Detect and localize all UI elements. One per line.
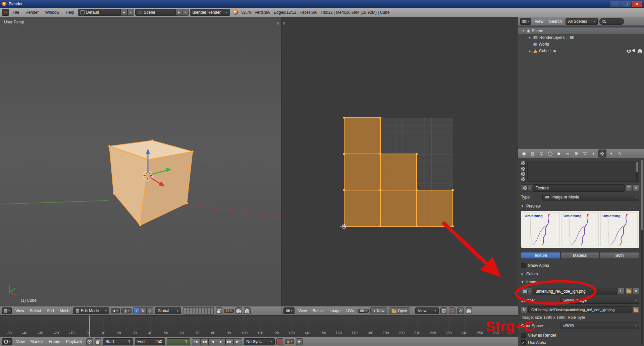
jump-to-start-button[interactable]: |◀ [192, 338, 200, 345]
keying-set-selector[interactable]: ◆ ▾ [285, 339, 294, 344]
lock-time-cursor-toggle[interactable] [95, 338, 101, 345]
layer-cell[interactable] [208, 311, 210, 314]
tree-expand-icon[interactable]: ▸ [528, 49, 532, 53]
layer-cell[interactable] [205, 311, 207, 314]
uv-sync-selection-toggle[interactable] [440, 307, 447, 314]
screen-layout-selector[interactable]: Default [78, 9, 121, 16]
colors-panel-header[interactable]: ► Colors [521, 271, 639, 277]
layer-cell[interactable] [186, 311, 189, 314]
menu-add-3d[interactable]: Add [45, 308, 56, 313]
texture-slot-thumb[interactable] [521, 177, 526, 182]
uv-draw-options-button[interactable] [457, 307, 464, 314]
play-button[interactable]: ▶ [217, 338, 225, 345]
tree-expand-icon[interactable]: ▾ [522, 29, 525, 33]
menu-mesh-3d[interactable]: Mesh [58, 308, 71, 313]
sync-mode-selector[interactable]: No Sync ▾ [244, 338, 275, 345]
menu-view-outliner[interactable]: View [533, 19, 545, 24]
texture-type-selector[interactable]: Image or Movie ▾ [542, 194, 639, 200]
render-engine-selector[interactable]: Blender Render ▾ [190, 9, 230, 16]
layer-cell[interactable] [208, 308, 210, 311]
open-image-file-button[interactable] [633, 306, 639, 313]
texture-slot-thumb[interactable] [521, 166, 526, 171]
layer-cell[interactable] [190, 311, 192, 314]
add-screen-layout-button[interactable]: + [121, 9, 127, 16]
scene-selector[interactable]: Scene [135, 9, 175, 16]
opengl-render-button[interactable] [235, 307, 242, 314]
image-name-field[interactable]: umleitung_re6_dde_lgri.png [533, 288, 617, 295]
viewport-shading-selector[interactable]: ● ▾ [111, 308, 120, 313]
mode-selector[interactable]: Edit Mode ▾ [73, 307, 109, 314]
image-fake-user-button[interactable]: F [618, 288, 625, 294]
properties-tab-world[interactable]: ◯ [546, 150, 554, 158]
uv-snap-selector[interactable] [449, 307, 455, 314]
preview-both-button[interactable]: Both [600, 252, 639, 259]
outliner-item-scene[interactable]: ▾ ◉ Scene [518, 27, 644, 34]
menu-uvs[interactable]: UVs [344, 308, 356, 313]
next-keyframe-button[interactable]: ▶▶ [225, 338, 234, 345]
layer-cell[interactable] [193, 308, 195, 311]
properties-tab-physics[interactable]: ∿ [616, 150, 624, 158]
view-as-render-checkbox[interactable] [521, 333, 526, 338]
layers-widget[interactable] [183, 307, 214, 314]
previous-keyframe-button[interactable]: ◀◀ [200, 338, 209, 345]
reload-image-button[interactable]: ↻ [521, 306, 528, 313]
unlink-image-button[interactable]: × [633, 288, 639, 294]
layer-cell[interactable] [199, 308, 201, 311]
preview-panel-header[interactable]: ▼ Preview [521, 203, 639, 209]
properties-tab-constraints[interactable]: ∞ [564, 150, 572, 158]
preview-texture-button[interactable]: Texture [521, 252, 560, 259]
area-corner-widget[interactable]: ⊕ [276, 21, 279, 25]
texture-slot-thumb[interactable] [521, 161, 526, 166]
menu-window[interactable]: Window [42, 10, 62, 15]
layer-cell[interactable] [202, 308, 204, 311]
layer-cell[interactable] [211, 308, 213, 311]
delete-screen-layout-button[interactable]: × [127, 9, 134, 16]
jump-to-end-button[interactable]: ▶| [234, 338, 242, 345]
menu-render[interactable]: Render [23, 10, 41, 15]
slots-scrollbar[interactable] [636, 162, 638, 181]
layer-cell[interactable] [196, 311, 198, 314]
show-alpha-checkbox[interactable] [521, 263, 526, 268]
toggle-visibility-eye-icon[interactable] [627, 50, 631, 53]
properties-tab-render[interactable]: ◉ [520, 150, 528, 158]
image-source-selector[interactable]: Single Image ▾ [560, 297, 639, 304]
toggle-renderable-icon[interactable] [638, 50, 642, 53]
lock-to-scene-button[interactable] [216, 307, 222, 314]
unlink-texture-button[interactable]: × [633, 184, 639, 191]
texture-slot-thumb[interactable] [521, 172, 526, 176]
menu-view-3d[interactable]: View [13, 308, 26, 313]
menu-select-3d[interactable]: Select [28, 308, 43, 313]
layer-cell[interactable] [183, 311, 186, 314]
editor-type-selector-uv[interactable]: ▾ [283, 307, 294, 314]
browse-image-button[interactable] [625, 288, 632, 294]
transform-orientation-selector[interactable]: Global ▾ [155, 307, 181, 314]
texture-datablock-menu[interactable]: ▾ [521, 184, 532, 192]
timeline-ruler[interactable]: -50-40-30-20-100102030405060708090100110… [0, 315, 518, 337]
properties-tab-modifiers[interactable]: ⚙ [572, 150, 580, 158]
use-alpha-checkbox[interactable]: ✓ [521, 340, 526, 345]
record-button[interactable] [276, 338, 283, 345]
manipulator-translate-toggle[interactable]: + [133, 307, 140, 314]
menu-select-uv[interactable]: Select [311, 308, 326, 313]
toggle-selectable-icon[interactable] [632, 49, 637, 54]
uv-editor-canvas[interactable]: ⊕ [281, 17, 518, 306]
editor-type-selector-info[interactable]: i ▾ [2, 9, 9, 16]
properties-tab-render-layers[interactable]: ▤ [529, 150, 537, 158]
colorspace-selector[interactable]: sRGB ▾ [560, 323, 639, 329]
menu-search-outliner[interactable]: Search [547, 19, 564, 24]
delete-scene-button[interactable]: × [182, 9, 189, 16]
uv-render-result-button[interactable] [466, 307, 472, 314]
texture-fake-user-button[interactable]: F [625, 184, 632, 191]
open-image-button[interactable]: Open [389, 307, 410, 314]
manipulator-scale-toggle[interactable]: ◇ [147, 307, 153, 314]
layer-cell[interactable] [190, 308, 192, 311]
manipulator-rotate-toggle[interactable]: ↻ [140, 307, 147, 314]
outliner-item-cube[interactable]: ▸ Cube | [518, 48, 644, 54]
layer-cell[interactable] [193, 311, 195, 314]
editor-type-selector-3d[interactable]: ▾ [2, 307, 12, 314]
snap-selector[interactable]: ▾ [224, 309, 234, 313]
tree-expand-icon[interactable]: ▸ [528, 36, 532, 39]
properties-tab-object[interactable]: ◆ [555, 150, 563, 158]
end-frame-field[interactable]: End: 250 [135, 338, 165, 345]
layer-cell[interactable] [196, 308, 198, 311]
